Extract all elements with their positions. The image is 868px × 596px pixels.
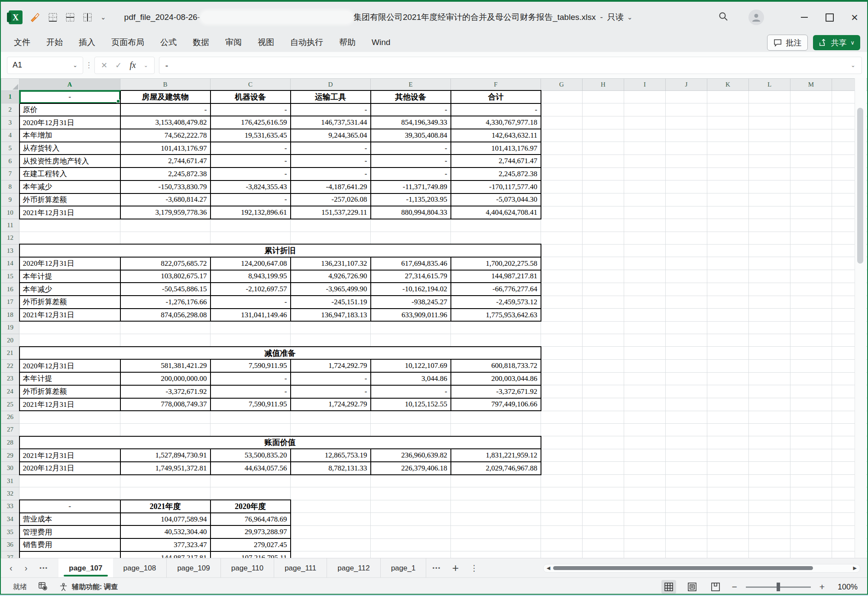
cell-L33[interactable]: [749, 500, 790, 513]
cell-L34[interactable]: [749, 513, 790, 526]
cell-A8[interactable]: 本年减少: [19, 180, 120, 193]
cell-A28-merged[interactable]: 账面价值: [19, 436, 541, 449]
cell-B33[interactable]: 2021年度: [120, 500, 211, 513]
cell-K9[interactable]: [707, 193, 749, 206]
row-header-32[interactable]: 32: [1, 487, 19, 500]
cell-E35[interactable]: [371, 525, 451, 538]
cell-L12[interactable]: [749, 232, 790, 244]
cell-K37[interactable]: [707, 551, 749, 558]
cell-K24[interactable]: [707, 385, 749, 398]
cell-E32[interactable]: [371, 487, 451, 500]
cell-H6[interactable]: [583, 155, 624, 168]
cell-I35[interactable]: [624, 525, 666, 538]
cell-D16[interactable]: -3,965,499.90: [291, 283, 371, 296]
cell-M22[interactable]: [790, 359, 832, 372]
cell-B37[interactable]: 144,987,217.81: [120, 551, 211, 558]
cell-H21[interactable]: [583, 347, 624, 360]
cell-B6[interactable]: 2,744,671.47: [120, 155, 211, 168]
cell-B24[interactable]: -3,372,671.92: [120, 385, 211, 398]
cell-C32[interactable]: [211, 487, 291, 500]
cell-F20[interactable]: [451, 334, 541, 347]
cell-J4[interactable]: [666, 129, 707, 142]
cell-H10[interactable]: [583, 206, 624, 219]
sheet-tab-page_1[interactable]: page_1: [381, 558, 427, 578]
cell-H3[interactable]: [583, 116, 624, 129]
cell-L5[interactable]: [749, 142, 790, 155]
row-header-20[interactable]: 20: [1, 334, 19, 347]
cell-F15[interactable]: 144,987,217.81: [451, 270, 541, 283]
cell-C26[interactable]: [211, 411, 291, 423]
next-sheet-icon[interactable]: ›: [25, 563, 28, 573]
cell-I8[interactable]: [624, 180, 666, 193]
cell-I23[interactable]: [624, 372, 666, 385]
cell-E1[interactable]: 其他设备: [371, 90, 451, 103]
sheet-tab-page_107[interactable]: page_107: [58, 558, 113, 578]
cell-L15[interactable]: [749, 270, 790, 283]
cell-G29[interactable]: [541, 449, 583, 462]
cell-C19[interactable]: [211, 321, 291, 334]
cell-A6[interactable]: 从投资性房地产转入: [19, 155, 120, 168]
page-layout-view-button[interactable]: [685, 580, 700, 594]
cell-E6[interactable]: -: [371, 155, 451, 168]
cell-A13-merged[interactable]: 累计折旧: [19, 244, 541, 257]
cell-E12[interactable]: [371, 232, 451, 244]
cell-B4[interactable]: 74,562,222.78: [120, 129, 211, 142]
cell-L11[interactable]: [749, 219, 790, 232]
row-header-19[interactable]: 19: [1, 321, 19, 334]
cell-J35[interactable]: [666, 525, 707, 538]
cell-D29[interactable]: 12,865,753.19: [291, 449, 371, 462]
cell-I27[interactable]: [624, 423, 666, 436]
cell-B23[interactable]: 200,000,000.00: [120, 372, 211, 385]
sheet-tab-page_112[interactable]: page_112: [327, 558, 380, 578]
cell-M35[interactable]: [790, 525, 832, 538]
cell-H27[interactable]: [583, 423, 624, 436]
cell-J13[interactable]: [666, 244, 707, 257]
cell-K14[interactable]: [707, 257, 749, 270]
row-header-6[interactable]: 6: [1, 155, 19, 168]
cell-J6[interactable]: [666, 155, 707, 168]
cell-I9[interactable]: [624, 193, 666, 206]
cell-E5[interactable]: -: [371, 142, 451, 155]
cell-H30[interactable]: [583, 462, 624, 475]
cell-B3[interactable]: 3,153,408,479.82: [120, 116, 211, 129]
cell-K36[interactable]: [707, 538, 749, 551]
cell-A7[interactable]: 在建工程转入: [19, 168, 120, 180]
cell-K17[interactable]: [707, 296, 749, 309]
cell-F32[interactable]: [451, 487, 541, 500]
column-header-K[interactable]: K: [707, 79, 749, 91]
cell-L21[interactable]: [749, 347, 790, 360]
cell-A37[interactable]: -: [19, 551, 120, 558]
cell-E17[interactable]: -938,245.27: [371, 296, 451, 309]
normal-view-button[interactable]: [661, 580, 676, 594]
cell-F30[interactable]: 2,029,746,967.88: [451, 462, 541, 475]
cell-I4[interactable]: [624, 129, 666, 142]
cell-G4[interactable]: [541, 129, 583, 142]
cell-M18[interactable]: [790, 309, 832, 322]
cell-B35[interactable]: 40,532,304.40: [120, 525, 211, 538]
cell-J14[interactable]: [666, 257, 707, 270]
cell-D23[interactable]: -: [291, 372, 371, 385]
cell-K5[interactable]: [707, 142, 749, 155]
cell-J34[interactable]: [666, 513, 707, 526]
cell-C20[interactable]: [211, 334, 291, 347]
row-header-2[interactable]: 2: [1, 103, 19, 116]
cell-H13[interactable]: [583, 244, 624, 257]
cell-I12[interactable]: [624, 232, 666, 244]
cell-C11[interactable]: [211, 219, 291, 232]
cell-H36[interactable]: [583, 538, 624, 551]
row-header-28[interactable]: 28: [1, 436, 19, 449]
zoom-level[interactable]: 100%: [833, 583, 858, 592]
cell-L4[interactable]: [749, 129, 790, 142]
cell-A24[interactable]: 外币折算差额: [19, 385, 120, 398]
cell-B17[interactable]: -1,276,176.66: [120, 296, 211, 309]
cell-D1[interactable]: 运输工具: [291, 90, 371, 103]
cell-M19[interactable]: [790, 321, 832, 334]
cell-D22[interactable]: 1,724,292.79: [291, 359, 371, 372]
cell-L28[interactable]: [749, 436, 790, 449]
cell-B19[interactable]: [120, 321, 211, 334]
cell-K7[interactable]: [707, 168, 749, 180]
cell-F14[interactable]: 1,700,202,275.58: [451, 257, 541, 270]
cell-H22[interactable]: [583, 359, 624, 372]
cell-F4[interactable]: 142,643,632.11: [451, 129, 541, 142]
cell-A18[interactable]: 2021年12月31日: [19, 309, 120, 322]
